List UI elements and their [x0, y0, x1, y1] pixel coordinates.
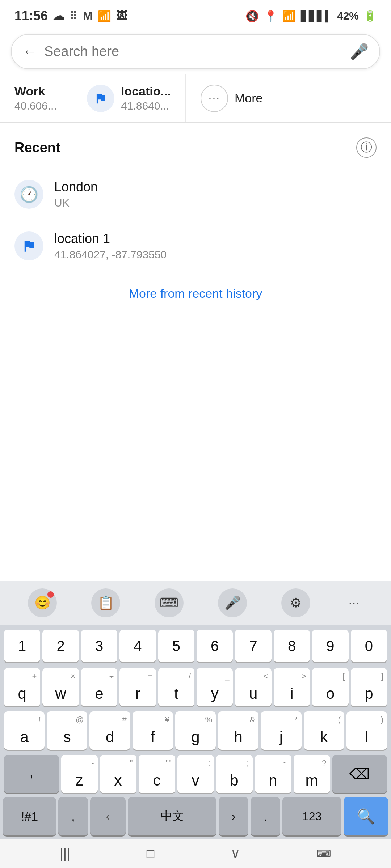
- emoji-button[interactable]: 😊: [28, 588, 57, 617]
- keyboard-nav-button[interactable]: ⌨: [309, 844, 338, 863]
- key-4[interactable]: 4: [119, 630, 156, 662]
- recent-item-london[interactable]: 🕐 London UK: [14, 169, 377, 220]
- keyboard-more-button[interactable]: ···: [345, 595, 363, 610]
- more-history-link[interactable]: More from recent history: [14, 272, 377, 308]
- keyboard-layout-button[interactable]: ⌨: [155, 588, 184, 617]
- key-7[interactable]: 7: [235, 630, 271, 662]
- image-icon: 🖼: [116, 10, 127, 22]
- key-j[interactable]: *j: [261, 711, 301, 750]
- backspace-button[interactable]: ⌫: [332, 755, 387, 793]
- key-w[interactable]: ×w: [42, 668, 79, 706]
- key-v[interactable]: :v: [177, 755, 214, 793]
- key-h[interactable]: &h: [218, 711, 258, 750]
- clock-icon: 🕐: [20, 186, 38, 203]
- mute-icon: 🔇: [245, 10, 259, 22]
- location1-text: locatio... 41.8640...: [121, 84, 171, 112]
- recent-title: Recent: [14, 140, 60, 156]
- key-n[interactable]: ~n: [255, 755, 291, 793]
- zxcv-row: ' -z "x ""c :v ;b ~n ?m ⌫: [0, 752, 391, 796]
- saved-location-location1[interactable]: locatio... 41.8640...: [72, 74, 186, 122]
- key-r[interactable]: =r: [119, 668, 156, 706]
- key-3[interactable]: 3: [81, 630, 117, 662]
- location1-recent-name: location 1: [54, 231, 377, 246]
- key-x[interactable]: "x: [100, 755, 136, 793]
- key-1[interactable]: 1: [4, 630, 40, 662]
- key-i[interactable]: >i: [274, 668, 310, 706]
- search-input[interactable]: [44, 44, 342, 59]
- key-0[interactable]: 0: [351, 630, 387, 662]
- qwerty-row: +q ×w ÷e =r /t _y <u >i [o ]p: [0, 665, 391, 709]
- key-8[interactable]: 8: [274, 630, 310, 662]
- asdf-row: !a @s #d ¥f %g &h *j (k )l: [0, 709, 391, 752]
- bottom-row: !#1 , ‹ 中文 › . 123 🔍: [0, 796, 391, 839]
- saved-locations-row: Work 40.606... locatio... 41.8640... ···…: [0, 74, 391, 123]
- info-icon[interactable]: ⓘ: [356, 137, 377, 158]
- key-p[interactable]: ]p: [351, 668, 387, 706]
- num123-button[interactable]: 123: [282, 797, 342, 835]
- location-icon: 📍: [264, 10, 277, 22]
- key-d[interactable]: #d: [89, 711, 130, 750]
- key-s[interactable]: @s: [47, 711, 87, 750]
- location1-recent-sub: 41.864027, -87.793550: [54, 248, 377, 261]
- keyboard-toolbar: 😊 📋 ⌨ 🎤 ⚙ ···: [0, 581, 391, 625]
- location1-sublabel: 41.8640...: [121, 100, 171, 112]
- key-e[interactable]: ÷e: [81, 668, 117, 706]
- key-k[interactable]: (k: [304, 711, 344, 750]
- comma-key[interactable]: ,: [58, 797, 88, 835]
- key-a[interactable]: !a: [4, 711, 45, 750]
- key-apostrophe[interactable]: ': [4, 755, 59, 793]
- key-o[interactable]: [o: [312, 668, 348, 706]
- london-sub: UK: [54, 197, 377, 209]
- lang-arrow-right[interactable]: ›: [219, 797, 248, 835]
- key-u[interactable]: <u: [235, 668, 271, 706]
- back-nav-button[interactable]: |||: [53, 842, 77, 865]
- settings-button[interactable]: ⚙: [281, 588, 310, 617]
- search-bar-container: ← 🎤: [0, 29, 391, 74]
- battery-icon: 🔋: [364, 10, 377, 22]
- key-m[interactable]: ?m: [294, 755, 330, 793]
- mic-keyboard-button[interactable]: 🎤: [218, 588, 247, 617]
- clipboard-button[interactable]: 📋: [91, 588, 120, 617]
- number-row: 1 2 3 4 5 6 7 8 9 0: [0, 625, 391, 665]
- mic-icon[interactable]: 🎤: [350, 43, 369, 60]
- key-l[interactable]: )l: [346, 711, 387, 750]
- back-icon[interactable]: ←: [22, 43, 37, 60]
- home-nav-button[interactable]: □: [139, 842, 162, 865]
- symbols-button[interactable]: !#1: [3, 797, 56, 835]
- key-z[interactable]: -z: [61, 755, 98, 793]
- more-label: More: [235, 91, 262, 105]
- gmail-icon: M: [83, 9, 93, 23]
- more-button[interactable]: ··· More: [186, 74, 277, 122]
- key-6[interactable]: 6: [197, 630, 233, 662]
- work-sublabel: 40.606...: [14, 100, 57, 112]
- key-f[interactable]: ¥f: [133, 711, 173, 750]
- key-g[interactable]: %g: [175, 711, 216, 750]
- key-c[interactable]: ""c: [139, 755, 175, 793]
- battery-label: 42%: [337, 10, 359, 22]
- key-t[interactable]: /t: [158, 668, 194, 706]
- search-keyboard-button[interactable]: 🔍: [344, 797, 388, 835]
- status-time: 11:56: [14, 8, 48, 24]
- clock-icon-circle: 🕐: [14, 180, 43, 209]
- key-2[interactable]: 2: [42, 630, 79, 662]
- key-y[interactable]: _y: [197, 668, 233, 706]
- recent-item-location1[interactable]: location 1 41.864027, -87.793550: [14, 220, 377, 272]
- key-9[interactable]: 9: [312, 630, 348, 662]
- saved-location-work[interactable]: Work 40.606...: [0, 74, 72, 122]
- lang-arrow-left[interactable]: ‹: [90, 797, 126, 835]
- navigation-bar: ||| □ ∨ ⌨: [0, 839, 391, 868]
- period-key[interactable]: .: [251, 797, 280, 835]
- language-button[interactable]: 中文: [128, 797, 216, 835]
- key-b[interactable]: ;b: [216, 755, 253, 793]
- location1-label: locatio...: [121, 84, 171, 98]
- flag-recent-icon: [21, 238, 37, 254]
- wifi-icon: 📶: [98, 10, 111, 22]
- recents-nav-button[interactable]: ∨: [223, 842, 247, 865]
- location1-icon-circle: [87, 85, 114, 112]
- key-q[interactable]: +q: [4, 668, 40, 706]
- london-name: London: [54, 179, 377, 195]
- key-5[interactable]: 5: [158, 630, 194, 662]
- search-bar[interactable]: ← 🎤: [11, 34, 380, 69]
- recent-header: Recent ⓘ: [14, 137, 377, 158]
- notification-dot: [47, 591, 54, 598]
